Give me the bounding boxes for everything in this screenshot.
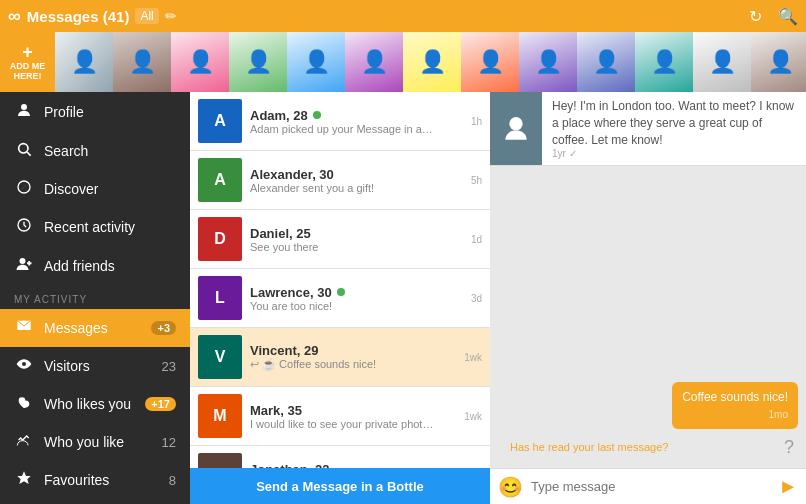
svg-line-2 [27,152,31,156]
message-item[interactable]: M Mark, 35 I would like to see your priv… [190,387,490,446]
strip-avatar-12[interactable]: 👤 [693,32,751,92]
infinity-icon: ∞ [8,6,21,27]
msg-preview: See you there [250,241,435,253]
msg-time: 1h [471,116,482,127]
who-you-like-count: 12 [162,435,176,450]
question-mark-icon[interactable]: ? [784,437,794,458]
chat-input[interactable] [531,479,770,494]
emoji-icon[interactable]: 😊 [498,475,523,499]
msg-avatar: D [198,217,242,261]
strip-avatar-4[interactable]: 👤 [229,32,287,92]
chat-panel: Hey! I'm in London too. Want to meet? I … [490,92,806,504]
messages-icon [14,318,34,338]
all-badge[interactable]: All [135,8,158,24]
msg-preview: You are too nice! [250,300,435,312]
strip-avatar-10[interactable]: 👤 [577,32,635,92]
sidebar-item-label-discover: Discover [44,181,176,197]
sidebar-item-label-favourites: Favourites [44,472,159,488]
who-you-like-icon [14,432,34,452]
sidebar-item-add-friends[interactable]: Add friends [0,246,190,286]
messages-badge: +3 [151,321,176,335]
msg-avatar: A [198,99,242,143]
strip-avatar-9[interactable]: 👤 [519,32,577,92]
sidebar-item-messages[interactable]: Messages +3 [0,309,190,347]
discover-icon [14,179,34,199]
chat-messages: Coffee sounds nice! 1mo Has he read your… [490,166,806,468]
chat-header-time: 1yr ✓ [552,148,796,159]
strip-avatar-5[interactable]: 👤 [287,32,345,92]
sidebar-item-label-visitors: Visitors [44,358,152,374]
online-indicator [313,111,321,119]
message-item[interactable]: A Adam, 28 Adam picked up your Message i… [190,92,490,151]
svg-point-1 [19,144,28,153]
sidebar-item-discover[interactable]: Discover [0,170,190,208]
sidebar-item-recent[interactable]: Recent activity [0,208,190,246]
sidebar-item-search[interactable]: Search [0,132,190,170]
sidebar-item-favourites[interactable]: Favourites 8 [0,461,190,499]
sidebar-item-label-search: Search [44,143,176,159]
msg-name: Vincent, 29 [250,343,318,358]
sidebar-item-profile[interactable]: Profile [0,92,190,132]
sidebar-item-visitors[interactable]: Visitors 23 [0,347,190,385]
strip-avatar-13[interactable]: 👤 [751,32,806,92]
sidebar: Profile Search Discover Recent activity [0,92,190,504]
chat-bubble-text: Coffee sounds nice! [682,389,788,406]
sidebar-item-label-recent: Recent activity [44,219,176,235]
send-icon[interactable]: ► [778,475,798,498]
chat-header: Hey! I'm in London too. Want to meet? I … [490,92,806,166]
sidebar-item-label-profile: Profile [44,104,176,120]
sidebar-item-matches[interactable]: Matches 28 [0,499,190,504]
read-question-row: Has he read your last message? ? [498,435,798,460]
refresh-icon[interactable]: ↻ [749,7,762,26]
send-bottle-button[interactable]: Send a Message in a Bottle [190,468,490,504]
strip-avatar-8[interactable]: 👤 [461,32,519,92]
msg-avatar: A [198,158,242,202]
sidebar-item-who-likes-you[interactable]: Who likes you +17 [0,385,190,423]
favourites-count: 8 [169,473,176,488]
msg-meta: 1d [454,234,482,245]
msg-meta: 5h [454,175,482,186]
message-item[interactable]: A Alexander, 30 Alexander sent you a gif… [190,151,490,210]
message-item[interactable]: D Daniel, 25 See you there 1d [190,210,490,269]
app-header: ∞ Messages (41) All ✏ ↻ 🔍 [0,0,806,32]
favourites-icon [14,470,34,490]
msg-preview: ↩ ☕ Coffee sounds nice! [250,358,435,371]
msg-time: 1wk [464,352,482,363]
search-icon-top[interactable]: 🔍 [778,7,798,26]
strip-avatar-1[interactable]: 👤 [55,32,113,92]
sidebar-item-label-who-you-like: Who you like [44,434,152,450]
sidebar-item-who-you-like[interactable]: Who you like 12 [0,423,190,461]
msg-body: Mark, 35 I would like to see your privat… [250,403,454,430]
msg-avatar: M [198,394,242,438]
msg-meta: 3d [454,293,482,304]
msg-name: Adam, 28 [250,108,308,123]
recent-icon [14,217,34,237]
edit-icon[interactable]: ✏ [165,8,177,24]
sidebar-item-label-who-likes-you: Who likes you [44,396,135,412]
svg-point-14 [509,117,522,130]
message-item[interactable]: L Lawrence, 30 You are too nice! 3d [190,269,490,328]
msg-body: Alexander, 30 Alexander sent you a gift! [250,167,454,194]
chat-header-message: Hey! I'm in London too. Want to meet? I … [552,98,796,148]
visitors-icon [14,356,34,376]
chat-input-row: 😊 ► [490,468,806,504]
main-layout: Profile Search Discover Recent activity [0,92,806,504]
strip-avatar-2[interactable]: 👤 [113,32,171,92]
message-item[interactable]: V Vincent, 29 ↩ ☕ Coffee sounds nice! 1w… [190,328,490,387]
profile-icon [14,101,34,123]
messages-scroll[interactable]: A Adam, 28 Adam picked up your Message i… [190,92,490,468]
strip-avatar-11[interactable]: 👤 [635,32,693,92]
msg-name: Alexander, 30 [250,167,334,182]
msg-preview: Alexander sent you a gift! [250,182,435,194]
strip-avatar-3[interactable]: 👤 [171,32,229,92]
strip-avatar-7[interactable]: 👤 [403,32,461,92]
my-activity-label: MY ACTIVITY [0,286,190,309]
avatar-strip: + ADD ME HERE! 👤 👤 👤 👤 👤 👤 👤 👤 👤 👤 👤 👤 👤 [0,32,806,92]
msg-name: Lawrence, 30 [250,285,332,300]
add-me-button[interactable]: + ADD ME HERE! [0,32,55,92]
svg-point-6 [20,258,26,264]
chat-bubble-sent-time: 1mo [682,408,788,422]
msg-time: 5h [471,175,482,186]
strip-avatar-6[interactable]: 👤 [345,32,403,92]
message-item[interactable]: J Jonathan, 23 Yeah I've seen them playi… [190,446,490,468]
